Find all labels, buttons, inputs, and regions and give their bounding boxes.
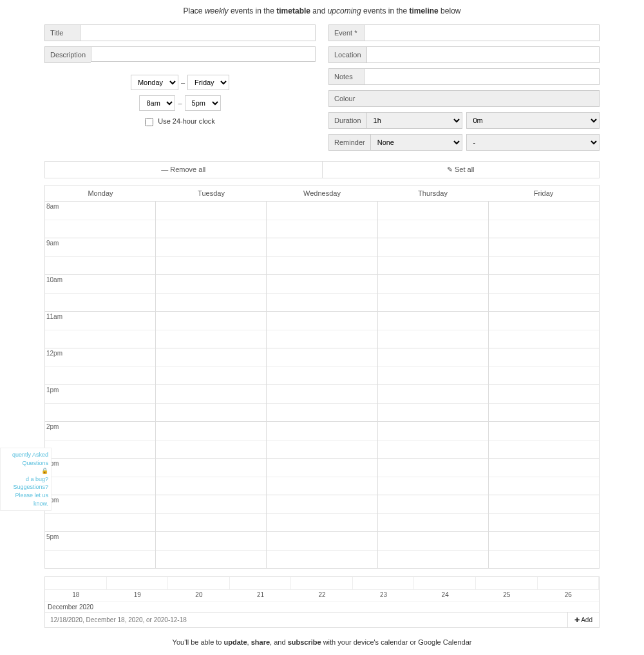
hour-cell[interactable]: [156, 495, 266, 531]
day-column[interactable]: [266, 201, 377, 568]
hour-cell[interactable]: [378, 458, 488, 495]
hour-cell[interactable]: [489, 274, 599, 311]
timeline-date[interactable]: 24: [414, 590, 476, 602]
hour-cell[interactable]: [267, 495, 377, 531]
hour-cell[interactable]: [489, 495, 599, 531]
hour-cell[interactable]: [378, 348, 488, 384]
day-to-select[interactable]: Friday: [187, 75, 229, 90]
clock-checkbox[interactable]: [145, 118, 153, 126]
clock-label: Use 24-hour clock: [158, 117, 215, 125]
time-separator: –: [178, 99, 182, 107]
location-input[interactable]: [366, 46, 600, 63]
time-to-select[interactable]: 5pm: [185, 95, 221, 111]
duration-minutes-select[interactable]: 0m: [466, 112, 600, 129]
description-input[interactable]: [91, 46, 316, 62]
set-all-button[interactable]: ✎ Set all: [323, 162, 600, 178]
hour-cell[interactable]: [489, 458, 599, 495]
remove-all-button[interactable]: — Remove all: [45, 162, 323, 178]
hour-cell[interactable]: [267, 274, 377, 311]
hour-cell[interactable]: [378, 274, 488, 311]
hour-cell[interactable]: [267, 531, 377, 568]
hour-cell[interactable]: [378, 201, 488, 238]
hour-cell[interactable]: 5pm: [45, 531, 155, 568]
hour-label: 10am: [45, 275, 155, 283]
timeline-date[interactable]: 26: [538, 590, 600, 602]
hour-cell[interactable]: [489, 384, 599, 421]
title-label: Title: [44, 24, 80, 41]
hour-cell[interactable]: [267, 421, 377, 458]
hour-cell[interactable]: 9am: [45, 238, 155, 274]
hour-cell[interactable]: 4pm: [45, 495, 155, 531]
hour-cell[interactable]: [378, 531, 488, 568]
timeline-date[interactable]: 19: [107, 590, 169, 602]
reminder-value-select[interactable]: None: [370, 134, 462, 151]
hour-label: 4pm: [45, 495, 155, 504]
description-label: Description: [44, 46, 91, 63]
hour-cell[interactable]: 12pm: [45, 348, 155, 384]
day-column[interactable]: [377, 201, 488, 568]
hour-cell[interactable]: [156, 421, 266, 458]
hour-cell[interactable]: [489, 421, 599, 458]
hour-cell[interactable]: [267, 311, 377, 348]
duration-group: Duration 1h: [328, 112, 462, 129]
duration-label: Duration: [328, 112, 366, 129]
hour-cell[interactable]: [156, 311, 266, 348]
hour-cell[interactable]: 8am: [45, 201, 155, 238]
colour-label[interactable]: Colour: [328, 90, 600, 107]
reminder-unit-select[interactable]: -: [466, 134, 600, 151]
hour-cell[interactable]: 2pm: [45, 421, 155, 458]
hour-cell[interactable]: [489, 311, 599, 348]
day-column[interactable]: [488, 201, 599, 568]
event-group: Event *: [328, 24, 600, 41]
hour-cell[interactable]: [156, 201, 266, 238]
notes-input[interactable]: [364, 68, 600, 85]
hour-cell[interactable]: 1pm: [45, 384, 155, 421]
hour-cell[interactable]: [156, 384, 266, 421]
hour-cell[interactable]: [156, 531, 266, 568]
hour-cell[interactable]: [378, 238, 488, 274]
hour-cell[interactable]: [378, 311, 488, 348]
hour-cell[interactable]: [156, 348, 266, 384]
day-column[interactable]: 8am9am10am11am12pm1pm2pm3pm4pm5pm: [45, 201, 155, 568]
hour-cell[interactable]: [378, 495, 488, 531]
event-label: Event *: [328, 24, 364, 41]
hour-cell[interactable]: [489, 531, 599, 568]
timeline-date[interactable]: 20: [168, 590, 230, 602]
hour-cell[interactable]: [378, 421, 488, 458]
timeline-date[interactable]: 18: [45, 590, 107, 602]
hour-cell[interactable]: [267, 201, 377, 238]
hour-cell[interactable]: [156, 458, 266, 495]
hour-cell[interactable]: [156, 238, 266, 274]
reminder-group: Reminder None: [328, 134, 462, 151]
hour-label: 5pm: [45, 532, 155, 540]
day-column[interactable]: [155, 201, 266, 568]
duration-hours-select[interactable]: 1h: [366, 112, 462, 129]
hour-cell[interactable]: [489, 238, 599, 274]
timeline-scroll[interactable]: [45, 577, 599, 590]
hour-cell[interactable]: [267, 238, 377, 274]
hour-cell[interactable]: 10am: [45, 274, 155, 311]
timeline-date[interactable]: 23: [353, 590, 415, 602]
event-input[interactable]: [364, 24, 600, 41]
hour-cell[interactable]: [267, 458, 377, 495]
hour-cell[interactable]: [378, 384, 488, 421]
hour-cell[interactable]: [267, 348, 377, 384]
time-from-select[interactable]: 8am: [139, 95, 175, 111]
timeline-month: December 2020: [45, 602, 599, 612]
side-help-box[interactable]: quently Asked Questions 🔒 d a bug? Sugge…: [0, 448, 52, 511]
footer-text: You'll be able to update, share, and sub…: [44, 638, 600, 646]
hour-cell[interactable]: [489, 348, 599, 384]
timeline-date[interactable]: 25: [476, 590, 538, 602]
timeline-date[interactable]: 21: [230, 590, 292, 602]
hour-cell[interactable]: 3pm: [45, 458, 155, 495]
day-from-select[interactable]: Monday: [131, 75, 178, 90]
add-button[interactable]: ✚ Add: [567, 612, 599, 627]
hour-cell[interactable]: [267, 384, 377, 421]
title-group: Title: [44, 24, 316, 41]
hour-cell[interactable]: [489, 201, 599, 238]
hour-cell[interactable]: 11am: [45, 311, 155, 348]
timeline-date-input[interactable]: [45, 612, 567, 627]
hour-cell[interactable]: [156, 274, 266, 311]
timeline-date[interactable]: 22: [291, 590, 353, 602]
title-input[interactable]: [80, 24, 316, 41]
